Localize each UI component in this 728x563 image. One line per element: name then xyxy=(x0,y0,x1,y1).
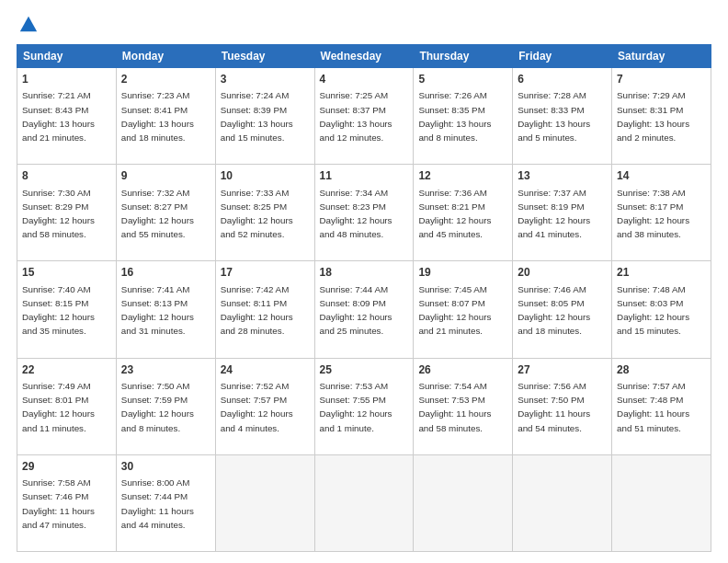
day-cell-11: 11 Sunrise: 7:34 AMSunset: 8:23 PMDaylig… xyxy=(314,165,414,261)
day-number: 3 xyxy=(221,72,310,87)
day-info: Sunrise: 7:52 AMSunset: 7:57 PMDaylight:… xyxy=(221,381,293,433)
week-row-2: 8 Sunrise: 7:30 AMSunset: 8:29 PMDayligh… xyxy=(17,165,711,261)
header-friday: Friday xyxy=(513,45,612,68)
day-cell-13: 13 Sunrise: 7:37 AMSunset: 8:19 PMDaylig… xyxy=(513,165,612,261)
day-info: Sunrise: 7:56 AMSunset: 7:50 PMDaylight:… xyxy=(518,381,590,433)
day-number: 16 xyxy=(121,265,210,281)
day-cell-24: 24 Sunrise: 7:52 AMSunset: 7:57 PMDaylig… xyxy=(215,358,314,454)
day-info: Sunrise: 7:58 AMSunset: 7:46 PMDaylight:… xyxy=(22,477,95,530)
day-cell-empty-4-5 xyxy=(513,454,612,551)
page: Sunday Monday Tuesday Wednesday Thursday… xyxy=(0,0,728,563)
day-cell-empty-4-4 xyxy=(414,454,513,551)
day-number: 2 xyxy=(121,72,210,87)
day-cell-18: 18 Sunrise: 7:44 AMSunset: 8:09 PMDaylig… xyxy=(314,261,414,358)
day-info: Sunrise: 7:24 AMSunset: 8:39 PMDaylight:… xyxy=(221,90,293,143)
header-tuesday: Tuesday xyxy=(215,45,314,68)
day-number: 29 xyxy=(22,459,111,475)
day-number: 9 xyxy=(121,168,210,184)
day-number: 11 xyxy=(320,168,409,184)
day-cell-3: 3 Sunrise: 7:24 AMSunset: 8:39 PMDayligh… xyxy=(215,68,314,165)
day-info: Sunrise: 7:45 AMSunset: 8:07 PMDaylight:… xyxy=(418,284,491,337)
day-cell-23: 23 Sunrise: 7:50 AMSunset: 7:59 PMDaylig… xyxy=(116,358,215,454)
day-info: Sunrise: 7:36 AMSunset: 8:21 PMDaylight:… xyxy=(418,188,491,240)
day-cell-empty-4-2 xyxy=(215,454,314,551)
day-cell-1: 1 Sunrise: 7:21 AMSunset: 8:43 PMDayligh… xyxy=(17,68,117,165)
day-info: Sunrise: 7:32 AMSunset: 8:27 PMDaylight:… xyxy=(121,188,194,240)
day-number: 4 xyxy=(320,72,409,87)
day-info: Sunrise: 7:25 AMSunset: 8:37 PMDaylight:… xyxy=(320,90,392,143)
week-row-1: 1 Sunrise: 7:21 AMSunset: 8:43 PMDayligh… xyxy=(17,68,711,165)
day-number: 6 xyxy=(518,72,607,87)
day-cell-25: 25 Sunrise: 7:53 AMSunset: 7:55 PMDaylig… xyxy=(314,358,414,454)
day-cell-empty-4-3 xyxy=(314,454,414,551)
header-saturday: Saturday xyxy=(612,45,711,68)
day-cell-16: 16 Sunrise: 7:41 AMSunset: 8:13 PMDaylig… xyxy=(116,261,215,358)
week-row-4: 22 Sunrise: 7:49 AMSunset: 8:01 PMDaylig… xyxy=(17,358,711,454)
day-number: 8 xyxy=(22,168,111,184)
day-info: Sunrise: 8:00 AMSunset: 7:44 PMDaylight:… xyxy=(121,477,194,530)
day-cell-2: 2 Sunrise: 7:23 AMSunset: 8:41 PMDayligh… xyxy=(116,68,215,165)
day-number: 10 xyxy=(221,168,310,184)
day-cell-22: 22 Sunrise: 7:49 AMSunset: 8:01 PMDaylig… xyxy=(17,358,117,454)
day-info: Sunrise: 7:30 AMSunset: 8:29 PMDaylight:… xyxy=(22,188,95,240)
day-info: Sunrise: 7:50 AMSunset: 7:59 PMDaylight:… xyxy=(121,381,194,433)
day-cell-8: 8 Sunrise: 7:30 AMSunset: 8:29 PMDayligh… xyxy=(17,165,117,261)
weekday-header-row: Sunday Monday Tuesday Wednesday Thursday… xyxy=(17,45,711,68)
day-info: Sunrise: 7:49 AMSunset: 8:01 PMDaylight:… xyxy=(22,381,95,433)
day-info: Sunrise: 7:44 AMSunset: 8:09 PMDaylight:… xyxy=(320,284,392,337)
day-cell-30: 30 Sunrise: 8:00 AMSunset: 7:44 PMDaylig… xyxy=(116,454,215,551)
day-number: 12 xyxy=(418,168,507,184)
day-cell-9: 9 Sunrise: 7:32 AMSunset: 8:27 PMDayligh… xyxy=(116,165,215,261)
day-number: 28 xyxy=(617,362,706,378)
day-number: 20 xyxy=(518,265,607,281)
logo-icon xyxy=(18,15,39,35)
day-info: Sunrise: 7:33 AMSunset: 8:25 PMDaylight:… xyxy=(221,188,293,240)
day-cell-4: 4 Sunrise: 7:25 AMSunset: 8:37 PMDayligh… xyxy=(314,68,414,165)
day-info: Sunrise: 7:29 AMSunset: 8:31 PMDaylight:… xyxy=(617,90,689,143)
day-cell-7: 7 Sunrise: 7:29 AMSunset: 8:31 PMDayligh… xyxy=(612,68,711,165)
day-number: 13 xyxy=(518,168,607,184)
day-info: Sunrise: 7:42 AMSunset: 8:11 PMDaylight:… xyxy=(221,284,293,337)
day-cell-29: 29 Sunrise: 7:58 AMSunset: 7:46 PMDaylig… xyxy=(17,454,117,551)
day-number: 18 xyxy=(320,265,409,281)
day-number: 21 xyxy=(617,265,706,281)
day-number: 22 xyxy=(22,362,111,378)
week-row-3: 15 Sunrise: 7:40 AMSunset: 8:15 PMDaylig… xyxy=(17,261,711,358)
day-number: 14 xyxy=(617,168,706,184)
day-cell-28: 28 Sunrise: 7:57 AMSunset: 7:48 PMDaylig… xyxy=(612,358,711,454)
day-cell-6: 6 Sunrise: 7:28 AMSunset: 8:33 PMDayligh… xyxy=(513,68,612,165)
day-cell-20: 20 Sunrise: 7:46 AMSunset: 8:05 PMDaylig… xyxy=(513,261,612,358)
day-info: Sunrise: 7:41 AMSunset: 8:13 PMDaylight:… xyxy=(121,284,194,337)
day-number: 25 xyxy=(320,362,409,378)
day-info: Sunrise: 7:23 AMSunset: 8:41 PMDaylight:… xyxy=(121,90,194,143)
header-wednesday: Wednesday xyxy=(314,45,414,68)
day-cell-17: 17 Sunrise: 7:42 AMSunset: 8:11 PMDaylig… xyxy=(215,261,314,358)
day-info: Sunrise: 7:28 AMSunset: 8:33 PMDaylight:… xyxy=(518,90,590,143)
day-info: Sunrise: 7:53 AMSunset: 7:55 PMDaylight:… xyxy=(320,381,392,433)
day-info: Sunrise: 7:21 AMSunset: 8:43 PMDaylight:… xyxy=(22,90,95,143)
day-info: Sunrise: 7:57 AMSunset: 7:48 PMDaylight:… xyxy=(617,381,689,433)
day-info: Sunrise: 7:48 AMSunset: 8:03 PMDaylight:… xyxy=(617,284,689,337)
calendar-table: Sunday Monday Tuesday Wednesday Thursday… xyxy=(17,44,711,552)
day-number: 27 xyxy=(518,362,607,378)
day-info: Sunrise: 7:38 AMSunset: 8:17 PMDaylight:… xyxy=(617,188,689,240)
day-cell-empty-4-6 xyxy=(612,454,711,551)
header-thursday: Thursday xyxy=(414,45,513,68)
logo xyxy=(17,15,39,35)
week-row-5: 29 Sunrise: 7:58 AMSunset: 7:46 PMDaylig… xyxy=(17,454,711,551)
day-number: 30 xyxy=(121,459,210,475)
header-monday: Monday xyxy=(116,45,215,68)
day-info: Sunrise: 7:26 AMSunset: 8:35 PMDaylight:… xyxy=(418,90,491,143)
header xyxy=(17,15,711,35)
header-sunday: Sunday xyxy=(17,45,117,68)
day-cell-15: 15 Sunrise: 7:40 AMSunset: 8:15 PMDaylig… xyxy=(17,261,117,358)
day-info: Sunrise: 7:46 AMSunset: 8:05 PMDaylight:… xyxy=(518,284,590,337)
day-number: 7 xyxy=(617,72,706,87)
day-number: 23 xyxy=(121,362,210,378)
day-info: Sunrise: 7:34 AMSunset: 8:23 PMDaylight:… xyxy=(320,188,392,240)
svg-marker-0 xyxy=(20,17,37,32)
day-cell-21: 21 Sunrise: 7:48 AMSunset: 8:03 PMDaylig… xyxy=(612,261,711,358)
day-cell-14: 14 Sunrise: 7:38 AMSunset: 8:17 PMDaylig… xyxy=(612,165,711,261)
day-number: 24 xyxy=(221,362,310,378)
day-number: 17 xyxy=(221,265,310,281)
